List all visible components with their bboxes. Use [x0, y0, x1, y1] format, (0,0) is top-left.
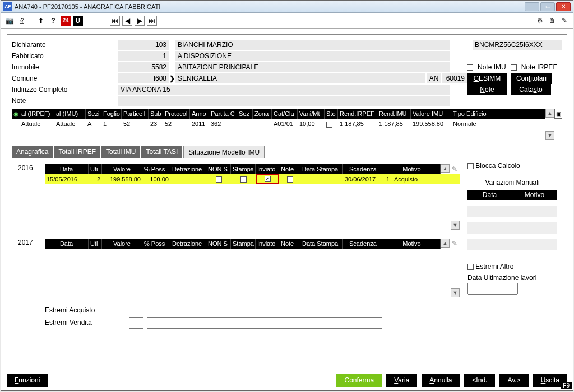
- blocca-calcolo-label: Blocca Calcolo: [475, 162, 520, 170]
- note-checkbox[interactable]: [287, 176, 293, 183]
- f9-indicator: F9: [561, 382, 572, 389]
- annulla-button[interactable]: Annulla: [422, 374, 460, 387]
- note-imu-label: Note IMU: [478, 63, 506, 71]
- tab-totali-irpef[interactable]: Totali IRPEF: [54, 146, 100, 158]
- grid-2016-scroll-up[interactable]: ▲: [441, 164, 450, 173]
- conferma-button[interactable]: Conferma: [336, 374, 382, 387]
- grid1-scroll-down[interactable]: ▼: [545, 131, 554, 140]
- contitolari-button[interactable]: Contitolari: [511, 73, 552, 84]
- data-ultimazione-field[interactable]: [467, 283, 518, 295]
- cap-field[interactable]: [442, 73, 467, 83]
- nav-first-icon[interactable]: ⏮: [110, 16, 120, 26]
- grid-2016-scroll-down[interactable]: ▼: [451, 221, 460, 230]
- nav-prev-icon[interactable]: ◀: [122, 16, 132, 26]
- side-panel: Blocca Calcolo Variazioni Manuali DataMo…: [467, 162, 557, 295]
- sto-checkbox[interactable]: [326, 122, 332, 128]
- tab-anagrafica[interactable]: Anagrafica: [12, 146, 53, 158]
- upload-icon[interactable]: ⬆: [36, 16, 46, 26]
- side-grid-header: DataMotivo: [467, 190, 557, 200]
- grid-2016-edit-icon[interactable]: ✎: [450, 164, 460, 174]
- label-immobile: Immobile: [12, 63, 118, 71]
- dichiarante-desc-field[interactable]: [175, 40, 450, 50]
- blocca-calcolo-checkbox[interactable]: [467, 163, 474, 169]
- note-irpef-label: Note IRPEF: [521, 63, 557, 71]
- cf-field[interactable]: [473, 40, 562, 50]
- gesimm-button[interactable]: GGESIMMESIMM: [467, 73, 507, 84]
- estremi-acq-desc[interactable]: [147, 305, 382, 316]
- main-panel: Dichiarante Fabbricato Immobile: [7, 34, 567, 342]
- window-title: ANA740 - PF20170105 - ANAGRAFICA FABBRIC…: [15, 3, 524, 10]
- side-row-3[interactable]: [467, 239, 557, 250]
- year-2017-label: 2017: [18, 239, 45, 246]
- dichiarante-code-field[interactable]: [118, 40, 169, 50]
- grid-2016-row[interactable]: 15/05/2016 2 199.558,80 100,00 ✓ 30/06/2…: [45, 174, 460, 185]
- edit-icon[interactable]: ✎: [559, 16, 570, 26]
- window-maximize[interactable]: ▭: [540, 2, 555, 11]
- year-2016-label: 2016: [18, 164, 45, 172]
- av-button[interactable]: Av.>: [499, 374, 528, 387]
- nons-checkbox[interactable]: [216, 176, 222, 183]
- grid-2017-scroll-up[interactable]: ▲: [441, 239, 450, 248]
- tab-bar: Anagrafica Totali IRPEF Totali IMU Total…: [12, 146, 562, 158]
- estremi-altro-checkbox[interactable]: [467, 264, 474, 270]
- estremi-acquisto-label: Estremi Acquisto: [45, 306, 129, 314]
- varia-button[interactable]: Varia: [386, 374, 417, 387]
- comune-lookup-icon[interactable]: ❯: [169, 74, 175, 82]
- catasto-button[interactable]: Catasto: [511, 84, 551, 95]
- tab-totali-tasi[interactable]: Totali TASI: [141, 146, 182, 158]
- note-button[interactable]: Note: [467, 84, 507, 95]
- comune-code-field[interactable]: [118, 73, 169, 83]
- note-irpef-checkbox[interactable]: [511, 64, 517, 71]
- estremi-ven-desc[interactable]: [147, 317, 382, 329]
- grid1-scroll-up[interactable]: ▲: [545, 109, 554, 118]
- app-icon: AP: [3, 2, 12, 11]
- titlebar: AP ANA740 - PF20170105 - ANAGRAFICA FABB…: [1, 1, 573, 13]
- estremi-ven-code[interactable]: [129, 317, 144, 329]
- immobile-desc-field[interactable]: [175, 62, 450, 72]
- window-minimize[interactable]: —: [525, 2, 539, 11]
- grid-2016-header: Data Uti Valore % Poss Detrazione NON S …: [45, 164, 441, 174]
- window-close[interactable]: ✕: [556, 2, 571, 11]
- note-field[interactable]: [118, 96, 450, 106]
- tab-panel-situazione: 2016 Data Uti Valore % Poss Detrazione N…: [12, 158, 562, 337]
- nav-last-icon[interactable]: ⏭: [147, 16, 157, 26]
- document-icon[interactable]: 🗎: [547, 16, 557, 26]
- fabbricato-desc-field[interactable]: [175, 51, 450, 61]
- grid1-row[interactable]: Attuale Attuale A 1 52 23 52 2011 362 A0…: [20, 119, 547, 129]
- funzioni-button[interactable]: Funzioni: [7, 374, 48, 387]
- nav-next-icon[interactable]: ▶: [135, 16, 145, 26]
- help-icon[interactable]: ?: [48, 16, 58, 26]
- label-dichiarante: Dichiarante: [12, 41, 118, 49]
- fabbricato-code-field[interactable]: [118, 51, 169, 61]
- u-icon[interactable]: U: [73, 16, 83, 26]
- comune-desc-field[interactable]: [175, 73, 425, 83]
- bottom-bar: Funzioni Conferma Varia Annulla <Ind. Av…: [1, 369, 573, 390]
- note-imu-checkbox[interactable]: [467, 64, 473, 71]
- grid-2017-header: Data Uti Valore % Poss Detrazione NON S …: [45, 239, 441, 249]
- immobile-code-field[interactable]: [118, 62, 169, 72]
- label-note: Note: [12, 97, 118, 105]
- label-indirizzo: Indirizzo Completo: [12, 86, 118, 94]
- grid1-header: al (IRPEF) al (IMU) Sezi Foglio Particel…: [20, 109, 545, 119]
- tab-totali-imu[interactable]: Totali IMU: [101, 146, 140, 158]
- tab-situazione[interactable]: Situazione Modello IMU: [183, 146, 265, 158]
- grid-2017-edit-icon[interactable]: ✎: [450, 239, 460, 249]
- data-ultimazione-label: Data Ultimazione lavori: [467, 274, 557, 282]
- print-icon[interactable]: 🖨: [17, 16, 27, 26]
- estremi-altro-label: Estremi Altro: [475, 263, 513, 270]
- num24-icon[interactable]: 24: [61, 16, 71, 26]
- side-row-2[interactable]: [467, 222, 557, 234]
- camera-icon[interactable]: 📷: [4, 16, 15, 26]
- estremi-acq-code[interactable]: [129, 305, 144, 316]
- grid-row-marker-icon: ◉: [12, 109, 20, 119]
- prov-field[interactable]: [427, 73, 441, 83]
- ind-button[interactable]: <Ind.: [464, 374, 495, 387]
- grid1-expand-icon[interactable]: ▣: [554, 109, 562, 119]
- grid-2017-scroll-down[interactable]: ▼: [451, 288, 460, 297]
- estremi-vendita-label: Estremi Vendita: [45, 319, 129, 326]
- indirizzo-field[interactable]: [118, 85, 450, 95]
- side-row-1[interactable]: [467, 206, 557, 217]
- stampa-checkbox[interactable]: [240, 176, 247, 183]
- settings-icon[interactable]: ⚙: [535, 16, 545, 26]
- inviato-checkbox[interactable]: ✓: [265, 176, 271, 182]
